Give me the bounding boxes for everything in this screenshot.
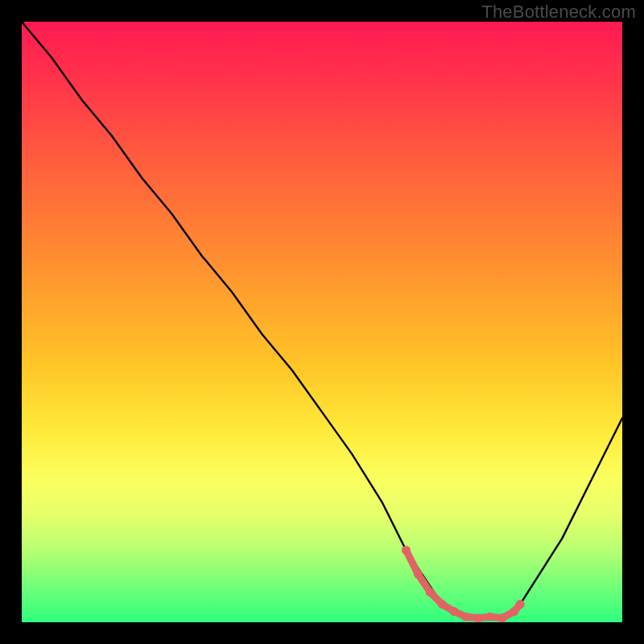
chart-svg [22,22,622,622]
watermark-label: TheBottleneck.com [481,2,636,23]
optimal-band-line [406,551,520,618]
optimal-band-dot [414,570,423,579]
optimal-band-dot [462,613,471,621]
optimal-band-dot [438,600,447,609]
optimal-band-dot [426,588,435,597]
optimal-band-dot [510,607,518,616]
chart-frame: TheBottleneck.com [0,0,644,644]
plot-background [22,22,622,622]
optimal-band-dot [497,613,506,622]
optimal-band-dot [474,613,483,622]
optimal-band-dot [450,607,459,616]
optimal-band-group [402,546,525,622]
optimal-band-dot [485,613,494,621]
optimal-band-dot [402,546,411,555]
optimal-band-dot [516,600,525,609]
bottleneck-curve-path [22,22,622,618]
